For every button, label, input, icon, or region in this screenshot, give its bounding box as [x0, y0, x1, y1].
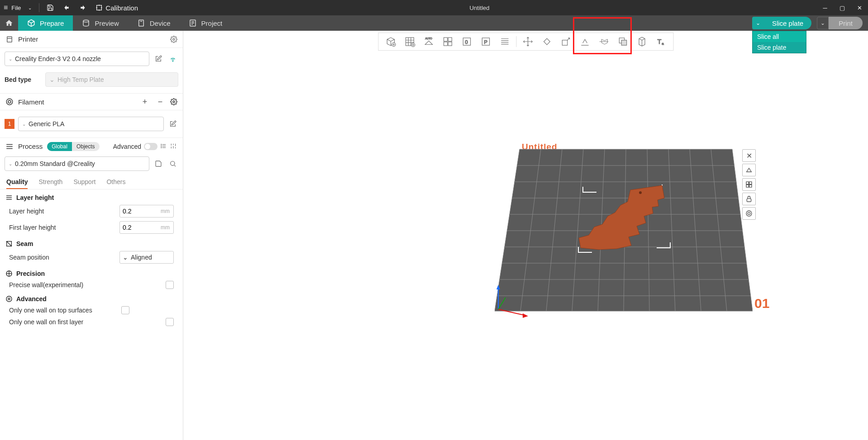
precise-wall-label: Precise wall(experimental) — [9, 281, 144, 289]
close-button[interactable]: ✕ — [851, 0, 868, 15]
auto-orient-icon[interactable]: AUTO — [419, 33, 438, 50]
tab-support[interactable]: Support — [73, 178, 95, 189]
save-preset-icon[interactable] — [153, 158, 164, 169]
layer-height-group: Layer height — [0, 189, 183, 203]
support-painting-icon[interactable] — [632, 33, 651, 50]
save-icon[interactable] — [42, 4, 58, 11]
sliders-icon[interactable] — [170, 143, 177, 150]
add-plate-icon[interactable] — [400, 33, 419, 50]
plate-type-icon[interactable] — [742, 207, 756, 220]
filament-color-swatch[interactable]: 1 — [5, 119, 14, 129]
svg-text:AUTO: AUTO — [425, 37, 432, 40]
svg-point-41 — [8, 298, 10, 300]
plate-settings-icon[interactable] — [742, 178, 756, 191]
lock-plate-icon[interactable] — [742, 193, 756, 205]
scale-icon[interactable] — [556, 33, 575, 50]
tab-others[interactable]: Others — [106, 178, 125, 189]
svg-rect-12 — [7, 37, 12, 42]
slice-all-item[interactable]: Slice all — [753, 31, 806, 42]
home-button[interactable] — [0, 15, 18, 31]
printer-settings-icon[interactable] — [170, 36, 177, 43]
global-objects-toggle[interactable]: Global Objects — [47, 142, 99, 151]
svg-rect-111 — [747, 199, 751, 202]
printer-select[interactable]: ⌄ Creality Ender-3 V2 0.4 nozzle — [5, 52, 149, 66]
svg-text:a: a — [662, 42, 664, 46]
svg-rect-0 — [97, 5, 102, 10]
move-icon[interactable] — [518, 33, 537, 50]
search-preset-icon[interactable] — [167, 158, 178, 169]
tab-device[interactable]: Device — [128, 15, 180, 31]
filament-select[interactable]: ⌄ Generic PLA — [18, 117, 164, 131]
tab-prepare[interactable]: Prepare — [18, 15, 73, 31]
tab-strength[interactable]: Strength — [38, 178, 62, 189]
menu-icon[interactable]: ≡ — [0, 4, 11, 12]
svg-point-16 — [6, 99, 13, 105]
svg-point-113 — [748, 212, 750, 214]
split-object-icon[interactable]: 0 — [457, 33, 476, 50]
redo-icon[interactable] — [75, 4, 91, 11]
filament-settings-icon[interactable] — [170, 98, 177, 105]
remove-filament-button[interactable]: − — [155, 97, 166, 107]
split-parts-icon[interactable]: P — [476, 33, 495, 50]
advanced-switch[interactable] — [144, 143, 157, 150]
file-chevron-icon[interactable]: ⌄ — [24, 5, 36, 10]
printer-selected: Creality Ender-3 V2 0.4 nozzle — [15, 55, 101, 62]
global-pill[interactable]: Global — [47, 142, 72, 151]
maximize-button[interactable]: ▢ — [834, 0, 851, 15]
bed-type-select[interactable]: ⌄ High Temp Plate — [45, 72, 178, 87]
printer-icon — [5, 35, 14, 43]
arrange-icon[interactable] — [438, 33, 457, 50]
one-wall-top-label: Only one wall on top surfaces — [9, 307, 100, 314]
chevron-down-icon: ⌄ — [22, 122, 26, 127]
preset-select[interactable]: ⌄ 0.20mm Standard @Creality — [5, 156, 149, 171]
advanced-group: Advanced — [0, 291, 183, 304]
tab-preview[interactable]: Preview — [73, 15, 128, 31]
svg-point-24 — [161, 147, 162, 147]
file-menu[interactable]: File — [11, 5, 24, 11]
list-icon[interactable] — [160, 143, 167, 150]
wifi-icon[interactable] — [167, 53, 178, 64]
svg-rect-70 — [562, 40, 567, 45]
edit-printer-icon[interactable] — [153, 53, 164, 64]
mesh-boolean-icon[interactable] — [613, 33, 632, 50]
buildplate-canvas[interactable] — [495, 148, 753, 320]
slice-menu: Slice all Slice plate — [752, 31, 806, 53]
objects-pill[interactable]: Objects — [72, 142, 100, 151]
slice-plate-item[interactable]: Slice plate — [753, 42, 806, 53]
edit-filament-icon[interactable] — [167, 118, 178, 129]
add-filament-button[interactable]: + — [139, 97, 150, 107]
tab-quality[interactable]: Quality — [6, 178, 28, 189]
one-wall-first-checkbox[interactable] — [166, 318, 174, 326]
lay-flat-icon[interactable] — [575, 33, 594, 50]
rotate-icon[interactable] — [537, 33, 556, 50]
slice-dropdown-button[interactable]: ⌄ — [752, 17, 764, 29]
add-cube-icon[interactable] — [381, 33, 400, 50]
svg-rect-69 — [544, 38, 550, 45]
slice-plate-button[interactable]: Slice plate — [764, 17, 811, 29]
print-button[interactable]: Print — [829, 17, 863, 29]
precise-wall-checkbox[interactable] — [166, 281, 174, 289]
seam-position-label: Seam position — [9, 254, 119, 261]
seam-position-select[interactable]: ⌄ Aligned — [119, 251, 174, 264]
arrange-plate-icon[interactable] — [742, 164, 756, 176]
first-layer-height-input[interactable]: mm — [119, 221, 174, 234]
tab-preview-label: Preview — [95, 19, 119, 27]
print-dropdown-button[interactable]: ⌄ — [817, 17, 829, 29]
one-wall-top-checkbox[interactable] — [121, 306, 129, 314]
viewport-3d[interactable]: AUTO 0 P Ta Untitled — [183, 31, 868, 440]
calibration-button[interactable]: Calibration — [91, 4, 143, 12]
text-icon[interactable]: Ta — [651, 33, 670, 50]
layer-height-input[interactable]: mm — [119, 205, 174, 218]
navbar: Prepare Preview Device Project ⌄ Slice p… — [0, 15, 868, 31]
svg-rect-109 — [746, 185, 749, 187]
svg-text:P: P — [484, 39, 487, 45]
svg-rect-55 — [444, 38, 447, 41]
process-tabs: Quality Strength Support Others — [0, 175, 183, 189]
svg-point-112 — [746, 211, 752, 216]
minimize-button[interactable]: ─ — [816, 0, 834, 15]
close-plate-icon[interactable]: ✕ — [742, 149, 756, 162]
variable-layer-icon[interactable] — [495, 33, 514, 50]
tab-project[interactable]: Project — [180, 15, 232, 31]
cut-icon[interactable] — [594, 33, 613, 50]
undo-icon[interactable] — [58, 4, 75, 11]
